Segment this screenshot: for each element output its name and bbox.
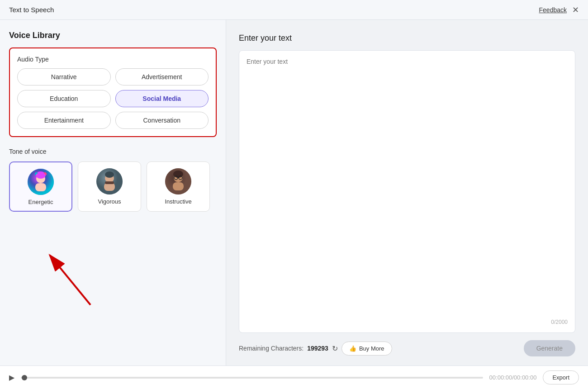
- svg-line-17: [50, 255, 90, 305]
- tone-name-vigorous: Vigorous: [98, 198, 121, 205]
- audio-btn-conversation[interactable]: Conversation: [115, 112, 209, 129]
- export-button[interactable]: Export: [543, 370, 579, 384]
- tone-grid: Energetic: [9, 161, 217, 212]
- vigorous-avatar-img: [96, 168, 123, 194]
- svg-rect-2: [35, 183, 46, 191]
- audio-type-label: Audio Type: [17, 56, 209, 63]
- audio-btn-entertainment[interactable]: Entertainment: [17, 112, 111, 129]
- progress-track[interactable]: [21, 377, 483, 379]
- annotation-arrow: [27, 242, 109, 309]
- header: Text to Speech Feedback ✕: [0, 0, 588, 20]
- text-input[interactable]: [247, 58, 568, 315]
- remaining-count: 199293: [307, 345, 328, 352]
- svg-rect-8: [105, 181, 114, 184]
- refresh-icon[interactable]: ↻: [332, 344, 338, 353]
- remaining-chars: Remaining Characters: 199293 ↻ 👍 Buy Mor…: [239, 342, 392, 356]
- instructive-avatar-img: [165, 168, 191, 194]
- header-right: Feedback ✕: [539, 6, 579, 14]
- generate-button[interactable]: Generate: [524, 340, 575, 356]
- energetic-avatar-img: [28, 169, 54, 195]
- buy-more-icon: 👍: [349, 345, 356, 352]
- close-icon[interactable]: ✕: [572, 6, 579, 14]
- left-panel: Voice Library Audio Type Narrative Adver…: [0, 20, 226, 365]
- main-content: Voice Library Audio Type Narrative Adver…: [0, 20, 588, 365]
- right-panel: Enter your text 0/2000 Remaining Charact…: [226, 20, 588, 365]
- feedback-link[interactable]: Feedback: [539, 6, 567, 14]
- avatar-instructive: [165, 168, 191, 194]
- remaining-label: Remaining Characters:: [239, 345, 303, 352]
- tone-name-energetic: Energetic: [28, 199, 53, 205]
- tone-name-instructive: Instructive: [165, 198, 191, 205]
- svg-point-7: [105, 171, 114, 178]
- char-count: 0/2000: [247, 319, 568, 325]
- voice-library-title: Voice Library: [9, 31, 217, 40]
- audio-btn-social-media[interactable]: Social Media: [115, 90, 209, 107]
- app-title: Text to Speech: [9, 6, 54, 14]
- text-area-box: 0/2000: [239, 50, 575, 333]
- tone-card-energetic[interactable]: Energetic: [9, 161, 72, 212]
- avatar-vigorous: [96, 168, 123, 194]
- progress-dot: [22, 375, 27, 380]
- audio-type-grid: Narrative Advertisement Education Social…: [17, 68, 209, 129]
- buy-more-label: Buy More: [359, 345, 384, 352]
- svg-rect-11: [173, 182, 184, 190]
- audio-btn-advertisement[interactable]: Advertisement: [115, 68, 209, 85]
- time-display: 00:00:00/00:00:00: [489, 374, 537, 381]
- tone-label: Tone of voice: [9, 148, 217, 155]
- tone-card-instructive[interactable]: Instructive: [147, 161, 210, 212]
- player-bar: ▶ 00:00:00/00:00:00 Export: [0, 365, 588, 389]
- tone-card-vigorous[interactable]: Vigorous: [78, 161, 141, 212]
- buy-more-button[interactable]: 👍 Buy More: [341, 342, 392, 356]
- enter-text-title: Enter your text: [239, 33, 575, 43]
- audio-type-box: Audio Type Narrative Advertisement Educa…: [9, 47, 217, 137]
- play-button[interactable]: ▶: [9, 373, 14, 382]
- audio-btn-education[interactable]: Education: [17, 90, 111, 107]
- avatar-energetic: [28, 169, 54, 195]
- bottom-row: Remaining Characters: 199293 ↻ 👍 Buy Mor…: [239, 340, 575, 356]
- audio-btn-narrative[interactable]: Narrative: [17, 68, 111, 85]
